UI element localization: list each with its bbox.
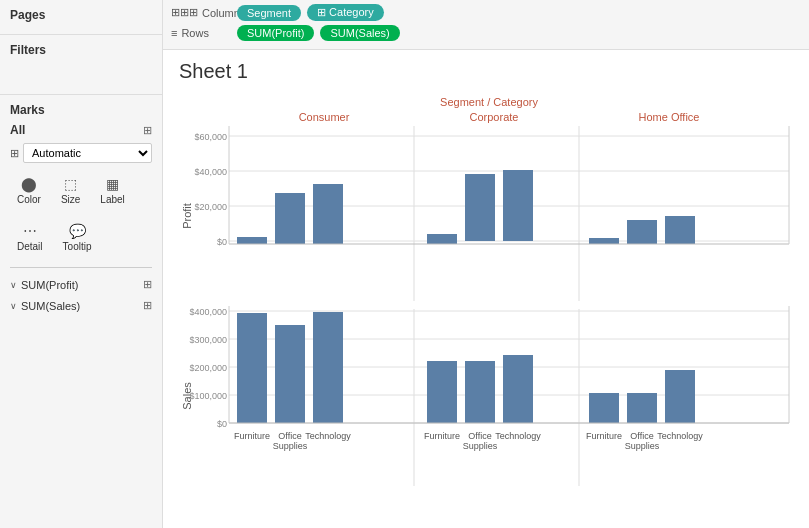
sum-sales-label: SUM(Sales) xyxy=(330,27,389,39)
detail-button[interactable]: ⋯ Detail xyxy=(10,218,50,257)
x-label-homeoffice-officesupplies-1: Office xyxy=(630,431,653,441)
profit-y-axis-label: Profit xyxy=(181,203,193,229)
pills-area: ⊞⊞⊞ Columns Segment ⊞ Category ≡ Rows SU… xyxy=(163,0,809,50)
x-label-homeoffice-furniture: Furniture xyxy=(586,431,622,441)
rows-icon: ≡ xyxy=(171,27,177,39)
color-button[interactable]: ⬤ Color xyxy=(10,171,48,210)
measure1-bar-icon: ⊞ xyxy=(143,278,152,291)
bar-homeoffice-profit-officesupplies xyxy=(627,220,657,244)
tooltip-icon: 💬 xyxy=(69,223,86,239)
measure1-left: ∨ SUM(Profit) xyxy=(10,279,78,291)
chevron2-icon: ∨ xyxy=(10,301,17,311)
size-icon: ⬚ xyxy=(64,176,77,192)
pages-label: Pages xyxy=(10,8,152,22)
measure2-left: ∨ SUM(Sales) xyxy=(10,300,80,312)
chevron-icon: ∨ xyxy=(10,280,17,290)
consumer-label: Consumer xyxy=(299,111,350,123)
y-label-sales-200k: $200,000 xyxy=(189,363,227,373)
bar-homeoffice-sales-officesupplies xyxy=(627,393,657,423)
measure2-label: SUM(Sales) xyxy=(21,300,80,312)
bar-chart-icon: ⊞ xyxy=(10,147,19,160)
x-label-consumer-furniture: Furniture xyxy=(234,431,270,441)
sum-profit-label: SUM(Profit) xyxy=(247,27,304,39)
bar-consumer-profit-technology xyxy=(313,184,343,244)
bar-corporate-sales-technology xyxy=(503,355,533,423)
bar-consumer-sales-technology xyxy=(313,312,343,423)
y-label-sales-0: $0 xyxy=(217,419,227,429)
rows-text: Rows xyxy=(181,27,209,39)
label-button[interactable]: ▦ Label xyxy=(93,171,131,210)
measure1-label: SUM(Profit) xyxy=(21,279,78,291)
chart-svg: Segment / Category Consumer Corporate Ho… xyxy=(179,91,799,501)
x-label-corporate-technology: Technology xyxy=(495,431,541,441)
y-label-sales-400k: $400,000 xyxy=(189,307,227,317)
y-label-sales-100k: $100,000 xyxy=(189,391,227,401)
tooltip-label: Tooltip xyxy=(63,241,92,252)
rows-row: ≡ Rows SUM(Profit) SUM(Sales) xyxy=(171,25,801,41)
x-label-consumer-officesupplies-2: Supplies xyxy=(273,441,308,451)
y-label-profit-40k: $40,000 xyxy=(194,167,227,177)
columns-label: ⊞⊞⊞ Columns xyxy=(171,6,231,19)
bar-corporate-sales-furniture xyxy=(427,361,457,423)
color-label: Color xyxy=(17,194,41,205)
y-label-profit-60k: $60,000 xyxy=(194,132,227,142)
x-label-corporate-furniture: Furniture xyxy=(424,431,460,441)
bar-homeoffice-profit-furniture xyxy=(589,238,619,244)
category-pill[interactable]: ⊞ Category xyxy=(307,4,384,21)
marks-section: Marks All ⊞ ⊞ Automatic ⬤ Color ⬚ Size ▦… xyxy=(0,95,162,528)
bar-consumer-profit-furniture xyxy=(237,237,267,244)
marks-bar-icon: ⊞ xyxy=(143,124,152,137)
bar-corporate-profit-officesupplies xyxy=(465,174,495,241)
measure1-row[interactable]: ∨ SUM(Profit) ⊞ xyxy=(10,274,152,295)
pages-section: Pages xyxy=(0,0,162,35)
bar-consumer-profit-officesupplies xyxy=(275,193,305,244)
x-label-consumer-technology: Technology xyxy=(305,431,351,441)
bar-corporate-profit-furniture xyxy=(427,234,457,244)
x-label-corporate-officesupplies-1: Office xyxy=(468,431,491,441)
corporate-label: Corporate xyxy=(470,111,519,123)
divider xyxy=(10,267,152,268)
segment-pill-label: Segment xyxy=(247,7,291,19)
x-label-homeoffice-officesupplies-2: Supplies xyxy=(625,441,660,451)
columns-icon: ⊞⊞⊞ xyxy=(171,6,198,19)
segment-pill[interactable]: Segment xyxy=(237,5,301,21)
sum-sales-pill[interactable]: SUM(Sales) xyxy=(320,25,399,41)
marks-extra-buttons: ⋯ Detail 💬 Tooltip xyxy=(10,218,152,257)
bar-consumer-sales-officesupplies xyxy=(275,325,305,423)
measure2-row[interactable]: ∨ SUM(Sales) ⊞ xyxy=(10,295,152,316)
rows-label: ≡ Rows xyxy=(171,27,231,39)
x-label-corporate-officesupplies-2: Supplies xyxy=(463,441,498,451)
marks-all-row: All ⊞ xyxy=(10,123,152,137)
y-label-profit-20k: $20,000 xyxy=(194,202,227,212)
filters-section: Filters xyxy=(0,35,162,95)
bar-consumer-sales-furniture xyxy=(237,313,267,423)
filters-label: Filters xyxy=(10,43,152,57)
y-label-sales-300k: $300,000 xyxy=(189,335,227,345)
bar-homeoffice-sales-technology xyxy=(665,370,695,423)
legend-title: Segment / Category xyxy=(440,96,538,108)
x-label-homeoffice-technology: Technology xyxy=(657,431,703,441)
measure2-bar-icon: ⊞ xyxy=(143,299,152,312)
sheet-title: Sheet 1 xyxy=(179,60,793,83)
marks-type-dropdown[interactable]: Automatic xyxy=(23,143,152,163)
marks-dropdown-row[interactable]: ⊞ Automatic xyxy=(10,143,152,163)
category-pill-label: ⊞ Category xyxy=(317,6,374,19)
label-icon: ▦ xyxy=(106,176,119,192)
right-content: ⊞⊞⊞ Columns Segment ⊞ Category ≡ Rows SU… xyxy=(163,0,809,528)
marks-label: Marks xyxy=(10,103,152,117)
size-button[interactable]: ⬚ Size xyxy=(54,171,87,210)
marks-buttons: ⬤ Color ⬚ Size ▦ Label xyxy=(10,171,152,210)
detail-icon: ⋯ xyxy=(23,223,37,239)
homeoffice-label: Home Office xyxy=(639,111,700,123)
marks-all-label: All xyxy=(10,123,25,137)
x-label-consumer-officesupplies-1: Office xyxy=(278,431,301,441)
label-label: Label xyxy=(100,194,124,205)
bar-homeoffice-profit-technology xyxy=(665,216,695,244)
chart-container: Segment / Category Consumer Corporate Ho… xyxy=(179,91,793,504)
sum-profit-pill[interactable]: SUM(Profit) xyxy=(237,25,314,41)
bar-corporate-profit-technology xyxy=(503,170,533,241)
y-label-profit-0: $0 xyxy=(217,237,227,247)
tooltip-button[interactable]: 💬 Tooltip xyxy=(56,218,99,257)
bar-homeoffice-sales-furniture xyxy=(589,393,619,423)
left-panel: Pages Filters Marks All ⊞ ⊞ Automatic ⬤ … xyxy=(0,0,163,528)
